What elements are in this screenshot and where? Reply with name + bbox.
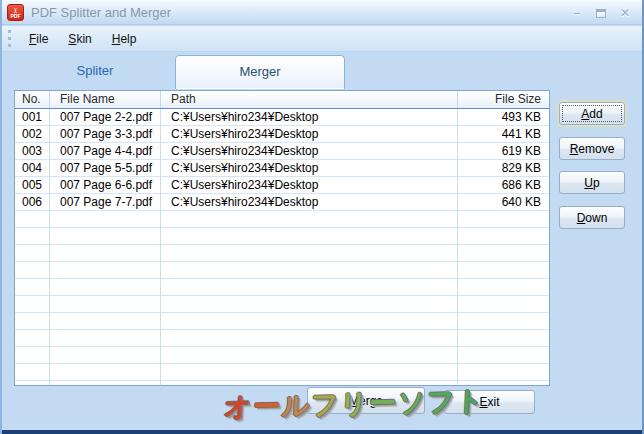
table-row[interactable]: 006 007 Page 7-7.pdf C:¥Users¥hiro234¥De… xyxy=(15,194,549,211)
watermark-char: ル xyxy=(281,390,307,421)
cell-file-name: 007 Page 7-7.pdf xyxy=(50,194,161,210)
tab-spliter[interactable]: Spliter xyxy=(16,55,174,87)
cell-no: 002 xyxy=(15,126,50,142)
maximize-button[interactable] xyxy=(594,6,608,20)
table-row[interactable]: 001 007 Page 2-2.pdf C:¥Users¥hiro234¥De… xyxy=(15,109,549,126)
remove-button[interactable]: Remove xyxy=(559,137,625,160)
merge-button[interactable]: Merge xyxy=(307,387,425,414)
column-header-size[interactable]: File Size xyxy=(458,91,549,108)
column-header-name[interactable]: File Name xyxy=(50,91,161,108)
table-row-empty xyxy=(15,262,549,279)
tab-merger[interactable]: Merger xyxy=(175,55,345,89)
cell-file-name: 007 Page 4-4.pdf xyxy=(50,143,161,159)
table-row[interactable]: 002 007 Page 3-3.pdf C:¥Users¥hiro234¥De… xyxy=(15,126,549,143)
minimize-button[interactable]: – xyxy=(570,6,584,20)
close-button[interactable]: ✕ xyxy=(618,6,632,20)
column-header-no[interactable]: No. xyxy=(15,91,50,108)
table-row-empty xyxy=(15,279,549,296)
cell-file-size: 619 KB xyxy=(458,143,549,159)
table-row[interactable]: 004 007 Page 5-5.pdf C:¥Users¥hiro234¥De… xyxy=(15,160,549,177)
cell-path: C:¥Users¥hiro234¥Desktop xyxy=(161,126,458,142)
window-title: PDF Splitter and Merger xyxy=(31,5,171,20)
window-bottom-edge xyxy=(2,430,642,434)
table-row[interactable]: 005 007 Page 6-6.pdf C:¥Users¥hiro234¥De… xyxy=(15,177,549,194)
table-body: 001 007 Page 2-2.pdf C:¥Users¥hiro234¥De… xyxy=(15,109,549,386)
table-row-empty xyxy=(15,364,549,381)
cell-path: C:¥Users¥hiro234¥Desktop xyxy=(161,109,458,125)
table-row[interactable]: 003 007 Page 4-4.pdf C:¥Users¥hiro234¥De… xyxy=(15,143,549,160)
watermark-char: ー xyxy=(253,391,278,422)
menu-file[interactable]: File xyxy=(19,29,58,49)
column-header-path[interactable]: Path xyxy=(161,91,458,108)
table-row-empty xyxy=(15,296,549,313)
exit-button[interactable]: Exit xyxy=(444,390,535,414)
cell-path: C:¥Users¥hiro234¥Desktop xyxy=(161,194,458,210)
table-row-empty xyxy=(15,313,549,330)
cell-no: 001 xyxy=(15,109,50,125)
title-bar: ✂ PDF PDF Splitter and Merger – ✕ xyxy=(2,0,642,25)
menu-bar: File Skin Help xyxy=(2,26,642,52)
cell-file-size: 686 KB xyxy=(458,177,549,193)
pdf-app-icon: ✂ PDF xyxy=(7,4,24,21)
add-button[interactable]: Add xyxy=(559,102,625,125)
cell-file-size: 493 KB xyxy=(458,109,549,125)
table-row-empty xyxy=(15,228,549,245)
menu-grip-handle[interactable] xyxy=(8,30,11,47)
cell-path: C:¥Users¥hiro234¥Desktop xyxy=(161,177,458,193)
down-button[interactable]: Down xyxy=(559,206,625,229)
cell-file-size: 640 KB xyxy=(458,194,549,210)
cell-no: 006 xyxy=(15,194,50,210)
file-list-table: No. File Name Path File Size 001 007 Pag… xyxy=(14,90,550,386)
table-row-empty xyxy=(15,347,549,364)
table-row-empty xyxy=(15,211,549,228)
cell-path: C:¥Users¥hiro234¥Desktop xyxy=(161,143,458,159)
cell-file-name: 007 Page 3-3.pdf xyxy=(50,126,161,142)
window-controls: – ✕ xyxy=(570,6,632,20)
watermark-char: オ xyxy=(223,392,249,423)
cell-no: 003 xyxy=(15,143,50,159)
cell-file-size: 441 KB xyxy=(458,126,549,142)
menu-skin[interactable]: Skin xyxy=(58,29,101,49)
scissors-icon: ✂ xyxy=(12,7,19,13)
table-header: No. File Name Path File Size xyxy=(15,91,549,109)
cell-no: 004 xyxy=(15,160,50,176)
app-window: ✂ PDF PDF Splitter and Merger – ✕ File S… xyxy=(0,0,644,434)
menu-help[interactable]: Help xyxy=(102,29,147,49)
cell-path: C:¥Users¥hiro234¥Desktop xyxy=(161,160,458,176)
up-button[interactable]: Up xyxy=(559,171,625,194)
cell-file-name: 007 Page 2-2.pdf xyxy=(50,109,161,125)
table-row-empty xyxy=(15,381,549,386)
maximize-icon xyxy=(596,9,606,18)
table-row-empty xyxy=(15,245,549,262)
cell-file-name: 007 Page 6-6.pdf xyxy=(50,177,161,193)
cell-file-name: 007 Page 5-5.pdf xyxy=(50,160,161,176)
table-row-empty xyxy=(15,330,549,347)
cell-no: 005 xyxy=(15,177,50,193)
pdf-icon-label: PDF xyxy=(11,14,21,19)
cell-file-size: 829 KB xyxy=(458,160,549,176)
